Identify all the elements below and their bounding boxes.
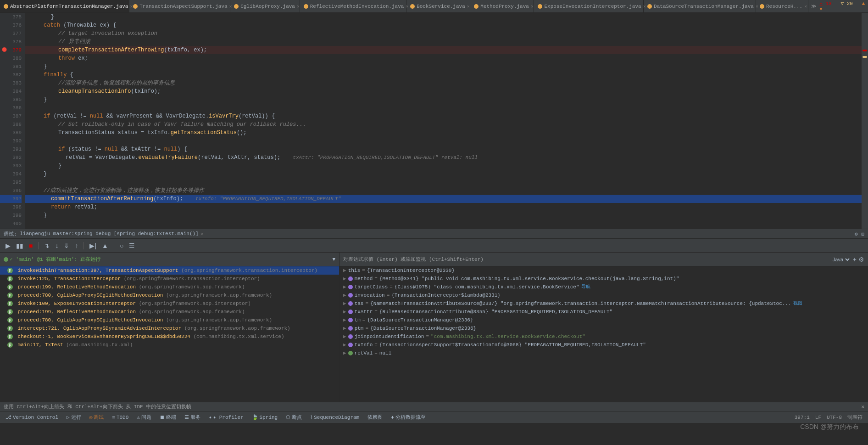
close-icon[interactable]: ✕ [531,4,534,9]
version-control-btn[interactable]: ⎇ Version Control [2,413,62,421]
settings-icon[interactable]: ⚙ [855,231,858,237]
stack-frame-5[interactable]: p proceed:199, ReflectiveMethodInvocatio… [0,308,339,316]
watch-item-retval[interactable]: ▶ retVal = null [339,349,868,357]
tab-overflow-btn[interactable]: ≫ [808,3,819,9]
tab-reflective-method[interactable]: ReflectiveMethodInvocation.java ✕ [300,0,406,13]
profiler-btn[interactable]: ✦ ✦ Profiler [205,413,247,421]
expand-icon[interactable]: ▶ [343,291,346,299]
watch-item-joinpoint[interactable]: ▶ joinpointIdentification = "com.mashibi… [339,332,868,341]
services-btn[interactable]: ☰ 服务 [181,413,204,422]
watch-item-this[interactable]: ▶ this = {TransactionInterceptor@2330} [339,266,868,275]
code-editor[interactable]: } catch (Throwable ex) { // target invoc… [25,13,862,229]
add-watch-btn[interactable]: + [853,256,857,263]
gutter-line-397: 397 [0,195,22,203]
step-over-btn[interactable]: ↴ [42,241,51,250]
spring-label: Spring [260,415,278,420]
navigate-link[interactable]: 导航 [581,283,590,291]
stack-frame-4[interactable]: p invoke:100, ExposeInvocationIntercepto… [0,299,339,308]
watch-item-tm[interactable]: ▶ tm = {DataSourceTransactionManager@233… [339,316,868,324]
tab-cglib-proxy[interactable]: CglibAopProxy.java ✕ [230,0,300,13]
language-select[interactable]: Java [831,256,851,263]
tab-book-service[interactable]: BookService.java ✕ [406,0,470,13]
stack-frame-3[interactable]: p proceed:780, CglibAopProxy$CglibMethod… [0,291,339,299]
run-btn[interactable]: ▷ 运行 [63,413,85,422]
thread-label: ✓ 'main' @1 在组'main': 正在运行 [10,256,100,263]
tab-method-proxy[interactable]: MethodProxy.java ✕ [470,0,534,13]
tab-abstract-platform[interactable]: AbstractPlatformTransactionManager.java … [0,0,129,13]
watch-item-invocation[interactable]: ▶ invocation = {TransactionInterceptor$l… [339,291,868,299]
step-out-btn[interactable]: ↑ [73,241,80,250]
watches-header: 对表达式求值 (Enter) 或添加监视 (Ctrl+Shift+Enter) … [339,253,868,266]
expand-icon[interactable]: ▶ [343,283,346,291]
tab-datasource-tx[interactable]: DataSourceTransactionManager.java ✕ [644,0,756,13]
resume-btn[interactable]: ▶ [4,241,12,250]
todo-icon: ≡ [112,415,115,420]
close-icon[interactable]: ✕ [804,4,807,9]
expand-icon[interactable]: ▶ [343,299,346,308]
sequence-diagram-btn[interactable]: ⌇ SequenceDiagram [306,413,363,421]
problems-btn[interactable]: ⚠ 问题 [133,413,155,422]
code-line-393: } [25,162,862,170]
stack-frame-2[interactable]: p proceed:199, ReflectiveMethodInvocatio… [0,283,339,291]
gutter-line-379[interactable]: 379 [0,46,22,54]
layout-icon[interactable]: ⊞ [861,231,864,237]
expand-icon[interactable]: ▶ [343,266,346,275]
run-to-cursor-btn[interactable]: ▶| [88,241,98,250]
watches-controls: Java + ⚙ [831,256,864,263]
expand-icon[interactable]: ▶ [343,316,346,324]
toolbar-separator3 [114,242,114,249]
tab-transaction-aspect[interactable]: TransactionAspectSupport.java ✕ [129,0,230,13]
tab-icon [647,4,652,9]
code-line-379: completeTransactionAfterThrowing(txInfo,… [25,46,862,54]
bottom-toolbar: ⎇ Version Control ▷ 运行 ◎ 调试 ≡ TODO ⚠ 问题 … [0,411,868,423]
view-link[interactable]: 视图 [793,299,802,308]
expand-icon[interactable]: ▶ [343,349,346,357]
watches-settings-btn[interactable]: ⚙ [858,256,864,263]
force-step-into-btn[interactable]: ⇓ [62,241,71,250]
hint-close-btn[interactable]: ✕ [861,404,864,410]
data-flow-btn[interactable]: ♦ 分析数据流至 [387,413,429,422]
session-close-btn[interactable]: ✕ [200,231,204,237]
close-icon[interactable]: ✕ [467,4,470,9]
watch-item-tas[interactable]: ▶ tas = {NameMatchTransactionAttributeSo… [339,299,868,308]
todo-btn[interactable]: ≡ TODO [108,414,132,421]
expand-icon[interactable]: ▶ [343,324,346,332]
terminal-btn[interactable]: ⏹ 终端 [156,413,180,422]
dependency-graph-btn[interactable]: 依赖图 [364,413,386,422]
stack-frame-1[interactable]: p invoke:125, TransactionInterceptor (or… [0,275,339,283]
stack-frame-0[interactable]: p invokeWithinTransaction:397, Transacti… [0,266,339,275]
step-into-btn[interactable]: ↓ [53,241,60,250]
close-icon[interactable]: ✕ [297,4,300,9]
evaluate-btn[interactable]: ▲ [100,241,110,250]
filter-icon[interactable]: ▼ [332,257,335,262]
stack-frame-9[interactable]: p main:17, TxTest (com.mashibing.tx.xml) [0,341,339,349]
breakpoints-btn[interactable]: ⬡ 断点 [282,413,306,422]
watch-eq: = [374,308,378,316]
expand-icon[interactable]: ▶ [343,308,346,316]
editor-status-bar: 调试: lianpengju-master:spring-debug [spri… [0,229,868,239]
debug-icon: ◎ [89,414,93,420]
stack-frame-8[interactable]: p checkout:-1, BookService$$EnhancerBySp… [0,332,339,341]
spring-btn[interactable]: 🍃 Spring [248,413,282,421]
editor-scrollbar[interactable] [862,13,868,229]
expand-icon[interactable]: ▶ [343,341,346,349]
stop-btn[interactable]: ■ [27,241,34,250]
stack-frame-7[interactable]: p intercept:721, CglibAopProxy$DynamicAd… [0,324,339,332]
frame-method-3: proceed:780, CglibAopProxy$CglibMethodIn… [18,293,163,298]
expand-icon[interactable]: ▶ [343,275,346,283]
expand-icon[interactable]: ▶ [343,332,346,341]
mute-btn[interactable]: ○ [118,241,125,250]
more-btn[interactable]: ☰ [127,241,137,250]
stack-frame-6[interactable]: p proceed:780, CglibAopProxy$CglibMethod… [0,316,339,324]
debug-left-panel: ✓ 'main' @1 在组'main': 正在运行 ▼ p invokeWit… [0,253,339,402]
debug-mode-btn[interactable]: ◎ 调试 [86,413,108,422]
watch-item-txinfo[interactable]: ▶ txInfo = {TransactionAspectSupport$Tra… [339,341,868,349]
pause-btn[interactable]: ▮▮ [14,241,25,250]
watch-item-method[interactable]: ▶ method = {Method@3341} "public void co… [339,275,868,283]
tab-resource[interactable]: ResourceH... ✕ [756,0,808,13]
watch-item-targetclass[interactable]: ▶ targetClass = {Class@1975} "class com.… [339,283,868,291]
watch-item-txattr[interactable]: ▶ txAttr = {RuleBasedTransactionAttribut… [339,308,868,316]
tab-expose-invocation[interactable]: ExposeInvocationInterceptor.java ✕ [534,0,644,13]
watch-item-ptm[interactable]: ▶ ptm = {DataSourceTransactionManager@23… [339,324,868,332]
watch-name: this [348,266,360,275]
